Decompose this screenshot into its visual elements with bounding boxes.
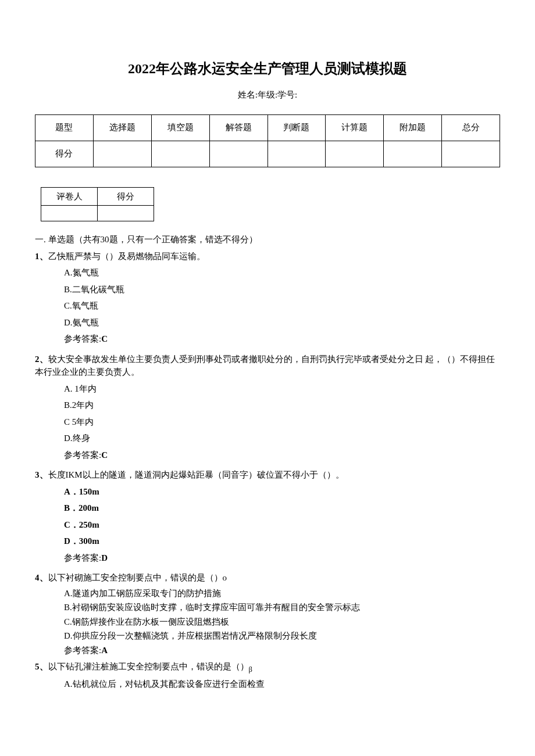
q4-opt-c: C.钢筋焊接作业在防水板一侧应设阻燃挡板 [64,615,500,629]
q1-opt-d: D.氨气瓶 [64,316,500,329]
th-choice: 选择题 [93,114,151,141]
cell-empty [384,141,442,167]
cell-empty [209,141,268,167]
q1-stem: 乙快瓶严禁与（）及易燃物品同车运输。 [48,252,205,261]
row-score-label: 得分 [35,141,94,167]
q2-options: A. 1年内 B.2年内 C 5年内 D.终身 [64,382,500,445]
q4-options: A.隧道内加工钢筋应采取专门的防护措施 B.衬砌钢筋安装应设临时支撑，临时支撑应… [64,587,500,643]
cell-empty [98,206,154,221]
q4-answer-value: A [101,646,108,655]
question-5: 5、以下钻孔灌注桩施工安全控制要点中，错误的是（）β [35,660,500,675]
q2-opt-d: D.终身 [64,432,500,445]
q2-answer: 参考答案:C [64,449,500,462]
th-answer: 解答题 [209,114,268,141]
section-single-choice: 一. 单选题（共有30题，只有一个正确答案，错选不得分） [35,233,500,246]
grader-score-label: 得分 [98,187,154,206]
page-title: 2022年公路水运安全生产管理人员测试模拟题 [35,58,500,79]
q1-opt-a: A.氮气瓶 [64,266,500,280]
cell-empty [93,141,151,167]
th-blank: 填空题 [151,114,209,141]
q2-opt-c: C 5年内 [64,415,500,429]
q3-options: A．150m B．200m C．250m D．300m [64,485,500,548]
q4-opt-d: D.仰拱应分段一次整幅浇筑，并应根据围岩情况严格限制分段长度 [64,629,500,643]
q3-opt-c: C．250m [64,518,500,532]
th-judge: 判断题 [268,114,326,141]
q5-opt-a: A.钻机就位后，对钻机及其配套设备应进行全面检查 [64,678,500,691]
q3-opt-b: B．200m [64,501,500,515]
q1-answer-value: C [101,334,108,343]
question-3: 3、长度IKM以上的隧道，隧道洞内起爆站距暴（同音字）破位置不得小于（）。 [35,468,500,482]
cell-empty [268,141,326,167]
q2-answer-value: C [101,450,108,460]
answer-prefix: 参考答案: [64,450,101,460]
question-4: 4、以下衬砌施工安全控制要点中，错误的是（）o [35,571,500,585]
q1-options: A.氮气瓶 B.二氧化碳气瓶 C.氧气瓶 D.氨气瓶 [64,266,500,329]
grader-label: 评卷人 [41,187,98,206]
q1-answer: 参考答案:C [64,332,500,346]
q3-opt-a: A．150m [64,485,500,499]
q4-answer: 参考答案:A [64,644,500,657]
q1-opt-c: C.氧气瓶 [64,299,500,313]
q3-answer-value: D [101,553,108,562]
cell-empty [41,206,98,221]
subline: 姓名:年级:学号: [35,88,500,102]
cell-empty [442,141,500,167]
grader-table: 评卷人 得分 [41,187,154,222]
q3-stem: 长度IKM以上的隧道，隧道洞内起爆站距暴（同音字）破位置不得小于（）。 [48,470,344,479]
cell-empty [326,141,384,167]
answer-prefix: 参考答案: [64,334,101,343]
q2-opt-a: A. 1年内 [64,382,500,396]
th-total: 总分 [442,114,500,141]
th-calc: 计算题 [326,114,384,141]
q3-num: 3、 [35,470,48,479]
q5-options: A.钻机就位后，对钻机及其配套设备应进行全面检查 [64,678,500,691]
q5-stem: 以下钻孔灌注桩施工安全控制要点中，错误的是（） [48,662,249,671]
question-2: 2、较大安全事故发生单位主要负责人受到刑事处罚或者撤职处分的，自刑罚执行完毕或者… [35,353,500,379]
answer-prefix: 参考答案: [64,553,101,562]
q3-opt-d: D．300m [64,535,500,548]
th-type: 题型 [35,114,94,141]
q1-opt-b: B.二氧化碳气瓶 [64,283,500,296]
q4-opt-b: B.衬砌钢筋安装应设临时支撑，临时支撑应牢固可靠并有醒目的安全警示标志 [64,601,500,614]
score-table: 题型 选择题 填空题 解答题 判断题 计算题 附加题 总分 得分 [35,114,500,167]
q4-opt-a: A.隧道内加工钢筋应采取专门的防护措施 [64,587,500,600]
q2-opt-b: B.2年内 [64,399,500,412]
q4-stem: 以下衬砌施工安全控制要点中，错误的是（）o [48,573,227,582]
q3-answer: 参考答案:D [64,551,500,565]
answer-prefix: 参考答案: [64,646,101,655]
q1-num: 1、 [35,252,48,261]
q5-num: 5、 [35,662,48,671]
q5-sub: β [249,665,252,673]
question-1: 1、乙快瓶严禁与（）及易燃物品同车运输。 [35,250,500,263]
th-extra: 附加题 [384,114,442,141]
q2-stem: 较大安全事故发生单位主要负责人受到刑事处罚或者撤职处分的，自刑罚执行完毕或者受处… [35,354,495,377]
cell-empty [151,141,209,167]
q2-num: 2、 [35,354,48,364]
q4-num: 4、 [35,573,48,582]
